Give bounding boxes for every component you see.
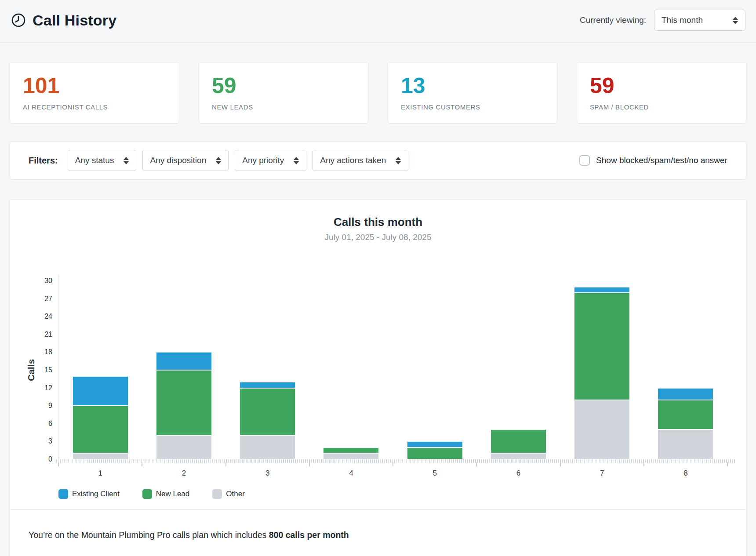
plan-note-text: You’re on the Mountain Plumbing Pro call… bbox=[29, 530, 269, 540]
bar-segment-new-lead[interactable] bbox=[491, 429, 546, 453]
show-blocked-checkbox[interactable] bbox=[579, 155, 590, 166]
legend-item-new-lead[interactable]: New Lead bbox=[142, 489, 190, 499]
bar-stack[interactable] bbox=[574, 287, 630, 459]
sort-arrows-icon bbox=[396, 157, 401, 164]
bar-stack[interactable] bbox=[323, 447, 379, 459]
stat-label: SPAM / BLOCKED bbox=[590, 103, 733, 111]
bar-stack[interactable] bbox=[73, 376, 128, 459]
x-axis-labels: 12345678 bbox=[58, 469, 727, 478]
x-axis-label: 2 bbox=[142, 469, 225, 478]
calls-chart-card: Calls this month July 01, 2025 - July 08… bbox=[10, 199, 746, 556]
x-axis-line bbox=[56, 459, 735, 463]
bar-group-2 bbox=[142, 281, 225, 459]
legend-item-existing-client[interactable]: Existing Client bbox=[58, 489, 120, 499]
bar-segment-other[interactable] bbox=[491, 453, 546, 459]
filter-dropdown-any-priority[interactable]: Any priority bbox=[235, 150, 306, 171]
bar-group-1 bbox=[58, 281, 142, 459]
bar-segment-new-lead[interactable] bbox=[323, 447, 379, 454]
bar-group-3 bbox=[226, 281, 309, 459]
bar-segment-existing-client[interactable] bbox=[73, 376, 128, 406]
y-axis-tick-label: 24 bbox=[44, 313, 52, 320]
x-axis-tick bbox=[643, 462, 644, 466]
bar-segment-other[interactable] bbox=[658, 429, 713, 459]
bar-group-5 bbox=[393, 281, 476, 459]
plan-note-bold: 800 calls per month bbox=[269, 530, 349, 540]
bar-segment-new-lead[interactable] bbox=[73, 406, 128, 453]
bar-segment-existing-client[interactable] bbox=[574, 287, 630, 293]
bar-columns bbox=[58, 281, 727, 459]
filter-dropdown-any-status[interactable]: Any status bbox=[68, 150, 137, 171]
viewing-period-select[interactable]: This month bbox=[654, 10, 745, 31]
stat-card-ai-receptionist-calls: 101 AI RECEPTIONIST CALLS bbox=[10, 62, 179, 124]
stat-value: 59 bbox=[590, 75, 733, 97]
stat-label: EXISTING CUSTOMERS bbox=[401, 103, 544, 111]
x-axis-label: 7 bbox=[560, 469, 644, 478]
legend-swatch-new-lead bbox=[142, 489, 152, 499]
bar-segment-new-lead[interactable] bbox=[574, 293, 630, 400]
clock-icon bbox=[11, 12, 26, 28]
x-axis-tick bbox=[560, 462, 561, 466]
bar-segment-other[interactable] bbox=[240, 436, 295, 459]
filter-dropdown-any-actions-taken[interactable]: Any actions taken bbox=[313, 150, 408, 171]
x-axis-tick bbox=[58, 462, 59, 466]
bar-group-8 bbox=[644, 281, 727, 459]
stat-label: AI RECEPTIONIST CALLS bbox=[23, 103, 166, 111]
sort-arrows-icon bbox=[733, 17, 738, 24]
bar-segment-other[interactable] bbox=[574, 400, 630, 459]
bar-segment-new-lead[interactable] bbox=[240, 388, 295, 436]
stat-label: NEW LEADS bbox=[212, 103, 355, 111]
y-axis-tick-label: 12 bbox=[44, 385, 52, 392]
x-axis-tick bbox=[476, 462, 477, 466]
y-axis-tick-label: 6 bbox=[48, 420, 52, 427]
legend-swatch-existing-client bbox=[58, 489, 68, 499]
bar-stack[interactable] bbox=[156, 352, 212, 459]
sort-arrows-icon bbox=[124, 157, 129, 164]
bar-segment-existing-client[interactable] bbox=[658, 388, 713, 400]
bar-stack[interactable] bbox=[407, 441, 463, 459]
y-axis-title: Calls bbox=[26, 359, 36, 381]
bar-stack[interactable] bbox=[658, 388, 713, 459]
y-axis-tick-label: 3 bbox=[48, 438, 52, 445]
bar-segment-other[interactable] bbox=[156, 436, 212, 459]
y-axis-tick-label: 15 bbox=[44, 367, 52, 374]
bar-segment-new-lead[interactable] bbox=[407, 447, 463, 459]
legend-label: Existing Client bbox=[72, 490, 120, 498]
page-header: Call History Currently viewing: This mon… bbox=[0, 0, 756, 43]
x-axis-tick bbox=[393, 462, 393, 466]
bar-segment-existing-client[interactable] bbox=[156, 352, 212, 370]
bar-segment-new-lead[interactable] bbox=[658, 400, 713, 430]
y-axis-tick-label: 18 bbox=[44, 349, 52, 356]
y-axis-tick-label: 0 bbox=[48, 456, 52, 463]
legend-label: New Lead bbox=[156, 490, 190, 498]
x-axis-tick bbox=[225, 462, 226, 466]
legend-swatch-other bbox=[212, 489, 222, 499]
x-axis-label: 6 bbox=[476, 469, 560, 478]
stat-value: 101 bbox=[23, 75, 166, 97]
stat-value: 13 bbox=[401, 75, 544, 97]
viewing-period-value: This month bbox=[662, 15, 703, 25]
bar-stack[interactable] bbox=[240, 382, 295, 459]
legend-item-other[interactable]: Other bbox=[212, 489, 245, 499]
x-axis-label: 5 bbox=[393, 469, 476, 478]
x-axis-label: 4 bbox=[309, 469, 393, 478]
bar-stack[interactable] bbox=[491, 429, 546, 459]
x-axis-label: 8 bbox=[644, 469, 727, 478]
bar-group-4 bbox=[309, 281, 393, 459]
chart-title: Calls this month bbox=[29, 215, 727, 229]
sort-arrows-icon bbox=[216, 157, 221, 164]
bar-segment-other[interactable] bbox=[323, 453, 379, 459]
sort-arrows-icon bbox=[294, 157, 299, 164]
stat-card-spam-blocked: 59 SPAM / BLOCKED bbox=[577, 62, 746, 124]
filters-label: Filters: bbox=[29, 156, 58, 166]
plan-note: You’re on the Mountain Plumbing Pro call… bbox=[29, 530, 349, 540]
x-axis-tick bbox=[727, 462, 728, 466]
stat-card-new-leads: 59 NEW LEADS bbox=[199, 62, 368, 124]
y-axis-tick-label: 30 bbox=[44, 277, 52, 284]
bar-group-7 bbox=[560, 281, 644, 459]
bar-segment-other[interactable] bbox=[73, 453, 128, 459]
bar-segment-new-lead[interactable] bbox=[156, 370, 212, 436]
bar-segment-existing-client[interactable] bbox=[407, 441, 463, 447]
bar-group-6 bbox=[476, 281, 560, 459]
bar-segment-existing-client[interactable] bbox=[240, 382, 295, 388]
filter-dropdown-any-disposition[interactable]: Any disposition bbox=[142, 150, 229, 171]
